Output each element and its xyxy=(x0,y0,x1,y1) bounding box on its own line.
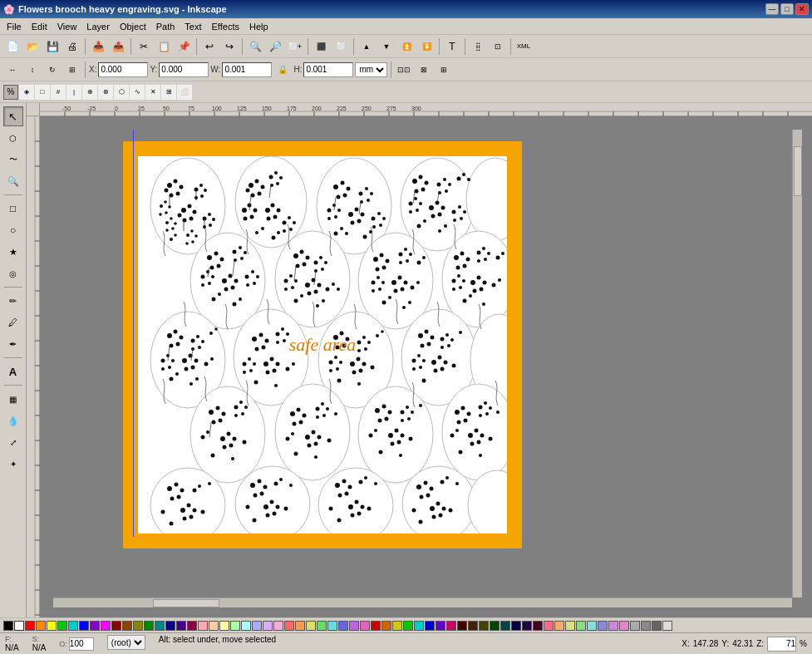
zoom-out-button[interactable]: 🔎 xyxy=(266,37,284,56)
h-input[interactable] xyxy=(303,62,353,77)
swatch-aqua[interactable] xyxy=(327,621,337,631)
swatch-lightaq[interactable] xyxy=(587,621,597,631)
menu-path[interactable]: Path xyxy=(151,20,180,33)
swatch-teal[interactable] xyxy=(155,621,165,631)
menu-object[interactable]: Object xyxy=(115,20,151,33)
layer-select[interactable]: (root) xyxy=(107,635,145,650)
transform-r-button[interactable]: ↻ xyxy=(43,61,62,79)
minimize-button[interactable]: — xyxy=(765,3,779,15)
snap-guide[interactable]: | xyxy=(66,85,81,100)
menu-help[interactable]: Help xyxy=(244,20,273,33)
swatch-forest[interactable] xyxy=(490,621,500,631)
swatch-olive[interactable] xyxy=(133,621,143,631)
swatch-darkest[interactable] xyxy=(457,621,467,631)
lower-button[interactable]: ▼ xyxy=(377,37,396,56)
swatch-lightgreen[interactable] xyxy=(230,621,240,631)
swatch-salmon[interactable] xyxy=(284,621,294,631)
canvas-area[interactable]: -50 -25 0 25 50 75 100 125 150 xyxy=(27,103,812,617)
snap-group3[interactable]: ⊞ xyxy=(435,61,453,79)
swatch-lightyellow[interactable] xyxy=(219,621,229,631)
snap-object[interactable]: ⬡ xyxy=(114,85,129,100)
swatch-maroon[interactable] xyxy=(187,621,197,631)
menu-text[interactable]: Text xyxy=(180,20,206,33)
close-button[interactable]: ✕ xyxy=(795,3,809,15)
transform-x-button[interactable]: ↔ xyxy=(3,61,22,79)
xml-button[interactable]: XML xyxy=(514,37,533,56)
swatch-orange[interactable] xyxy=(36,621,46,631)
swatch-sienna[interactable] xyxy=(381,621,391,631)
export-button[interactable]: 📤 xyxy=(109,37,127,56)
swatch-plum[interactable] xyxy=(533,621,543,631)
save-button[interactable]: 💾 xyxy=(43,37,62,56)
transform-button[interactable]: ⊡ xyxy=(489,37,507,56)
snap-intersection[interactable]: ✕ xyxy=(145,85,160,100)
transform-y-button[interactable]: ↕ xyxy=(23,61,42,79)
swatch-yellow[interactable] xyxy=(47,621,57,631)
vertical-scrollbar[interactable] xyxy=(792,130,802,597)
raise-button[interactable]: ▲ xyxy=(357,37,376,56)
swatch-navy[interactable] xyxy=(511,621,521,631)
snap-enable[interactable]: % xyxy=(3,85,18,100)
snap-center[interactable]: ⊕ xyxy=(82,85,97,100)
paste-button[interactable]: 📌 xyxy=(175,37,193,56)
swatch-gold[interactable] xyxy=(306,621,316,631)
menu-file[interactable]: File xyxy=(2,20,27,33)
dropper-tool[interactable]: 💧 xyxy=(3,411,23,430)
swatch-pink1[interactable] xyxy=(198,621,208,631)
snap-grid[interactable]: # xyxy=(51,85,66,100)
swatch-darkgreen[interactable] xyxy=(144,621,154,631)
swatch-darkred[interactable] xyxy=(111,621,121,631)
swatch-mint[interactable] xyxy=(576,621,586,631)
menu-layer[interactable]: Layer xyxy=(81,20,115,33)
swatch-crimson[interactable] xyxy=(371,621,381,631)
group-button[interactable]: ⬛ xyxy=(312,37,330,56)
swatch-darkteal[interactable] xyxy=(500,621,510,631)
zoom-fit-button[interactable]: ⬜+ xyxy=(286,37,304,56)
swatch-red[interactable] xyxy=(25,621,35,631)
horizontal-scrollbar[interactable] xyxy=(53,597,792,607)
align-button[interactable]: ⣿ xyxy=(469,37,487,56)
swatch-green2[interactable] xyxy=(403,621,413,631)
swatch-brown[interactable] xyxy=(122,621,132,631)
connector-tool[interactable]: ⤢ xyxy=(3,432,23,452)
swatch-purple[interactable] xyxy=(90,621,100,631)
snap-group2[interactable]: ⊠ xyxy=(415,61,433,79)
import-button[interactable]: 📥 xyxy=(89,37,107,56)
menu-edit[interactable]: Edit xyxy=(27,20,52,33)
text-button[interactable]: T xyxy=(443,37,461,56)
snap-page[interactable]: ⬜ xyxy=(177,85,192,100)
swatch-magenta[interactable] xyxy=(101,621,111,631)
y-input[interactable] xyxy=(159,62,209,77)
ungroup-button[interactable]: ⬜ xyxy=(332,37,350,56)
rect-tool[interactable]: □ xyxy=(3,199,23,219)
snap-path[interactable]: ∿ xyxy=(130,85,145,100)
swatch-gray[interactable] xyxy=(630,621,640,631)
calligraphy-tool[interactable]: ✒ xyxy=(3,334,23,354)
swatch-blue[interactable] xyxy=(79,621,89,631)
swatch-blue2[interactable] xyxy=(425,621,435,631)
spray-tool[interactable]: ✦ xyxy=(3,454,23,474)
tweak-tool[interactable]: 〜 xyxy=(3,150,23,170)
spiral-tool[interactable]: ◎ xyxy=(3,263,23,283)
swatch-hotpink[interactable] xyxy=(360,621,370,631)
swatch-black[interactable] xyxy=(3,621,13,631)
swatch-cornblue[interactable] xyxy=(338,621,348,631)
maximize-button[interactable]: □ xyxy=(780,3,794,15)
swatch-lightpink[interactable] xyxy=(273,621,283,631)
vscroll-thumb[interactable] xyxy=(794,146,802,196)
window-controls[interactable]: — □ ✕ xyxy=(765,3,809,15)
swatch-yellow2[interactable] xyxy=(392,621,402,631)
zoom-tool[interactable]: 🔍 xyxy=(3,171,23,191)
swatch-violet[interactable] xyxy=(436,621,445,631)
opacity-input[interactable] xyxy=(69,637,94,651)
swatch-darkblue[interactable] xyxy=(165,621,175,631)
w-input[interactable] xyxy=(222,62,272,77)
text-tool[interactable]: A xyxy=(3,361,23,381)
swatch-lime[interactable] xyxy=(317,621,327,631)
hscroll-thumb[interactable] xyxy=(153,599,219,607)
snap-bbox[interactable]: □ xyxy=(35,85,50,100)
swatch-lavender[interactable] xyxy=(263,621,273,631)
redo-button[interactable]: ↪ xyxy=(220,37,239,56)
unit-select[interactable]: mm px pt cm in xyxy=(355,62,387,77)
swatch-cyan2[interactable] xyxy=(414,621,424,631)
